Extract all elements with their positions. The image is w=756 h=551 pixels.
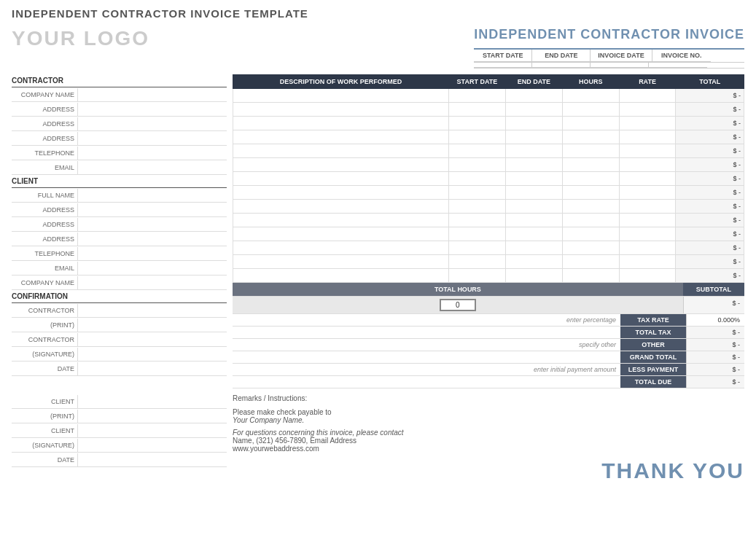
client-address3-value[interactable] [77, 232, 227, 246]
row-hours-4[interactable] [562, 144, 619, 158]
row-hours-7[interactable] [562, 186, 619, 200]
row-hours-6[interactable] [562, 172, 619, 186]
row-hours-13[interactable] [562, 269, 619, 283]
row-desc-5[interactable] [233, 158, 449, 172]
row-start-2[interactable] [448, 117, 505, 130]
conf-contractor-print-value[interactable] [77, 319, 227, 332]
tax-rate-value[interactable]: 0.000% [686, 314, 744, 326]
row-end-12[interactable] [505, 255, 562, 269]
client-date-value[interactable] [77, 453, 227, 466]
row-end-2[interactable] [505, 117, 562, 130]
conf-contractor-value[interactable] [77, 304, 227, 317]
invoice-no-value[interactable] [649, 63, 707, 68]
total-hours-value[interactable]: 0 [440, 299, 476, 311]
row-desc-0[interactable] [233, 89, 449, 103]
row-end-9[interactable] [505, 214, 562, 227]
row-start-6[interactable] [448, 172, 505, 186]
row-start-12[interactable] [448, 255, 505, 269]
start-date-value[interactable] [474, 63, 532, 68]
row-hours-10[interactable] [562, 227, 619, 241]
contractor-address1-value[interactable] [77, 103, 227, 116]
contractor-address2-value[interactable] [77, 117, 227, 130]
row-start-13[interactable] [448, 269, 505, 283]
row-end-11[interactable] [505, 241, 562, 255]
row-hours-1[interactable] [562, 103, 619, 117]
row-rate-6[interactable] [619, 172, 676, 186]
row-start-3[interactable] [448, 130, 505, 144]
row-rate-13[interactable] [619, 269, 676, 283]
row-rate-1[interactable] [619, 103, 676, 117]
row-start-4[interactable] [448, 144, 505, 158]
row-end-3[interactable] [505, 130, 562, 144]
row-hours-5[interactable] [562, 158, 619, 172]
row-rate-5[interactable] [619, 158, 676, 172]
row-end-0[interactable] [505, 89, 562, 103]
row-end-8[interactable] [505, 200, 562, 214]
row-start-0[interactable] [448, 89, 505, 103]
row-start-1[interactable] [448, 103, 505, 117]
row-desc-3[interactable] [233, 130, 449, 144]
client-sig-value[interactable] [77, 424, 227, 437]
row-hours-9[interactable] [562, 214, 619, 227]
row-start-5[interactable] [448, 158, 505, 172]
client-fullname-value[interactable] [77, 189, 227, 202]
invoice-date-value[interactable] [591, 63, 649, 68]
row-desc-8[interactable] [233, 200, 449, 214]
client-address2-value[interactable] [77, 218, 227, 231]
row-rate-9[interactable] [619, 214, 676, 227]
contractor-email-value[interactable] [77, 161, 227, 174]
client-sig-name-value[interactable] [77, 395, 227, 408]
row-rate-2[interactable] [619, 117, 676, 130]
client-address1-value[interactable] [77, 203, 227, 216]
contractor-telephone-value[interactable] [77, 146, 227, 160]
conf-contractor-date-value[interactable] [77, 362, 227, 375]
row-rate-3[interactable] [619, 130, 676, 144]
client-sig-print-value[interactable] [77, 410, 227, 423]
row-end-7[interactable] [505, 186, 562, 200]
row-desc-12[interactable] [233, 255, 449, 269]
row-start-8[interactable] [448, 200, 505, 214]
row-hours-11[interactable] [562, 241, 619, 255]
row-rate-4[interactable] [619, 144, 676, 158]
row-hours-2[interactable] [562, 117, 619, 130]
row-desc-2[interactable] [233, 117, 449, 130]
row-desc-11[interactable] [233, 241, 449, 255]
row-rate-7[interactable] [619, 186, 676, 200]
row-desc-9[interactable] [233, 214, 449, 227]
row-desc-6[interactable] [233, 172, 449, 186]
row-rate-12[interactable] [619, 255, 676, 269]
row-end-4[interactable] [505, 144, 562, 158]
client-email-value[interactable] [77, 262, 227, 275]
row-start-7[interactable] [448, 186, 505, 200]
row-end-1[interactable] [505, 103, 562, 117]
row-end-10[interactable] [505, 227, 562, 241]
end-date-value[interactable] [532, 63, 591, 68]
row-desc-7[interactable] [233, 186, 449, 200]
row-rate-10[interactable] [619, 227, 676, 241]
contractor-address3-value[interactable] [77, 132, 227, 145]
row-desc-4[interactable] [233, 144, 449, 158]
row-end-13[interactable] [505, 269, 562, 283]
row-desc-1[interactable] [233, 103, 449, 117]
row-hours-0[interactable] [562, 89, 619, 103]
client-signature-value[interactable] [77, 439, 227, 452]
row-hours-12[interactable] [562, 255, 619, 269]
row-start-9[interactable] [448, 214, 505, 227]
row-start-11[interactable] [448, 241, 505, 255]
row-rate-8[interactable] [619, 200, 676, 214]
row-hours-3[interactable] [562, 130, 619, 144]
row-rate-11[interactable] [619, 241, 676, 255]
row-start-10[interactable] [448, 227, 505, 241]
row-desc-10[interactable] [233, 227, 449, 241]
row-end-5[interactable] [505, 158, 562, 172]
other-value[interactable]: $ - [686, 339, 744, 351]
client-telephone-value[interactable] [77, 247, 227, 260]
conf-contractor-sig-value[interactable] [77, 348, 227, 361]
row-desc-13[interactable] [233, 269, 449, 283]
contractor-company-name-value[interactable] [77, 88, 227, 101]
client-company-name-value[interactable] [77, 276, 227, 289]
row-end-6[interactable] [505, 172, 562, 186]
less-payment-value[interactable]: $ - [686, 364, 744, 375]
row-rate-0[interactable] [619, 89, 676, 103]
conf-contractor-sig-name-value[interactable] [77, 333, 227, 346]
